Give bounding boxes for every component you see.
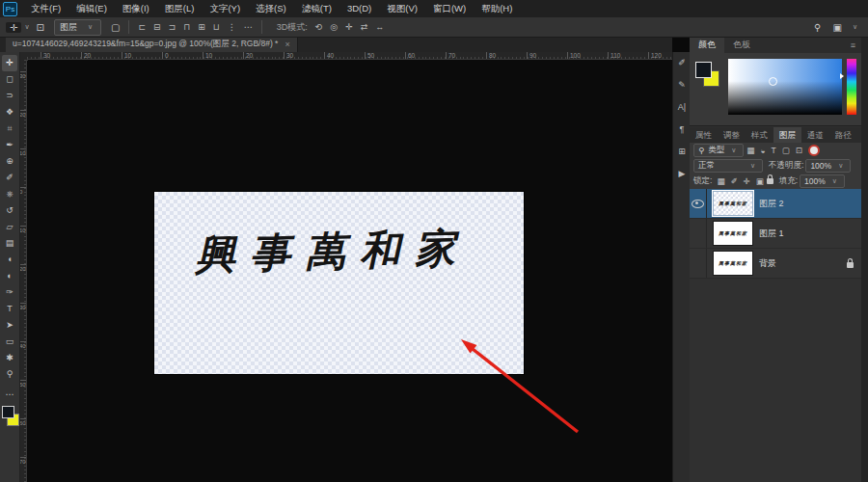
character-panel-icon[interactable]: A|	[678, 102, 686, 112]
visibility-cell[interactable]	[690, 219, 707, 248]
document-image[interactable]: 興事萬和家	[154, 192, 524, 374]
brush-panel-icon[interactable]: ✐	[678, 58, 686, 67]
foreground-color-swatch[interactable]	[695, 62, 712, 78]
hue-slider-arrow-icon[interactable]	[840, 73, 844, 79]
filter-type-layers-icon[interactable]: T	[769, 146, 779, 155]
brush-tool[interactable]: ✐	[2, 170, 17, 186]
tab-swatches[interactable]: 色板	[724, 37, 759, 53]
3d-slide-icon[interactable]: ⇄	[357, 22, 372, 32]
pen-tool[interactable]: ✑	[2, 284, 17, 301]
3d-rotate-icon[interactable]: ⟲	[312, 22, 327, 32]
filter-toggle-icon[interactable]	[808, 145, 820, 156]
menu-filter[interactable]: 滤镜(T)	[294, 0, 339, 17]
lock-transparency-icon[interactable]: ▦	[714, 176, 727, 186]
zoom-tool[interactable]: ⚲	[2, 366, 17, 383]
search-icon[interactable]: ⚲	[810, 22, 825, 33]
ruler-horizontal[interactable]: 30 20 10 0 10 20 30 40 50 60 70 80 90 10…	[27, 52, 672, 60]
layer-name[interactable]: 图层 1	[759, 228, 784, 240]
history-brush-tool[interactable]: ↺	[2, 202, 17, 219]
tab-channels[interactable]: 通道	[801, 127, 829, 143]
lock-position-icon[interactable]: ✛	[741, 176, 753, 186]
hand-tool[interactable]: ✱	[2, 350, 17, 366]
layer-row-layer2[interactable]: 興事萬和家 图层 2	[690, 189, 861, 219]
align-left-icon[interactable]: ⊏	[134, 22, 149, 32]
crop-tool[interactable]: ⌗	[2, 120, 17, 137]
actions-panel-icon[interactable]: ▶	[679, 169, 686, 178]
quick-select-tool[interactable]: ❖	[2, 104, 17, 120]
lock-all-icon[interactable]	[767, 178, 773, 184]
edit-toolbar-icon[interactable]: ⋯	[2, 387, 17, 403]
menu-3d[interactable]: 3D(D)	[339, 0, 379, 17]
move-tool-icon[interactable]: ✛	[6, 22, 21, 33]
type-tool[interactable]: T	[2, 301, 17, 317]
lasso-tool[interactable]: ⊃	[2, 88, 17, 104]
more-align-options-icon[interactable]: ⋯	[240, 22, 257, 32]
layer-name[interactable]: 图层 2	[759, 198, 784, 210]
panel-menu-icon[interactable]: ≡	[851, 40, 861, 50]
3d-drag-icon[interactable]: ✛	[341, 22, 357, 32]
lock-pixels-icon[interactable]: ✐	[727, 176, 740, 186]
align-right-icon[interactable]: ⊐	[165, 22, 180, 32]
layer-row-background[interactable]: 興事萬和家 背景	[690, 249, 861, 279]
panel-scroll-gutter[interactable]	[861, 37, 868, 482]
gradient-tool[interactable]: ▤	[2, 235, 17, 252]
fill-dropdown[interactable]: 100% ∨	[800, 174, 845, 188]
canvas-area[interactable]: 興事萬和家	[27, 60, 672, 482]
distribute-icon[interactable]: ⋮	[224, 22, 240, 32]
blur-tool[interactable]: ◖	[2, 252, 17, 268]
layer-thumbnail[interactable]: 興事萬和家	[714, 192, 752, 215]
menu-help[interactable]: 帮助(H)	[474, 0, 520, 17]
workspace-chevron-icon[interactable]: ∨	[850, 23, 860, 31]
toolbar-color-swatches[interactable]	[2, 406, 17, 429]
transform-controls-icon[interactable]: ▢	[107, 22, 123, 33]
layer-thumbnail[interactable]: 興事萬和家	[714, 252, 752, 275]
menu-image[interactable]: 图像(I)	[115, 0, 157, 17]
visibility-cell[interactable]	[690, 249, 707, 278]
lock-artboard-icon[interactable]: ▣	[753, 176, 767, 186]
document-tab[interactable]: u=1074146029,469243219&fm=15&gp=0.jpg @ …	[6, 37, 298, 52]
auto-select-icon[interactable]: ⊡	[33, 22, 48, 33]
menu-edit[interactable]: 编辑(E)	[68, 0, 115, 17]
layer-filter-dropdown[interactable]: ⚲ 类型 ∨	[693, 144, 744, 157]
menu-view[interactable]: 视图(V)	[379, 0, 425, 17]
menu-type[interactable]: 文字(Y)	[202, 0, 248, 17]
path-select-tool[interactable]: ➤	[2, 317, 17, 334]
color-picker-handle[interactable]	[769, 77, 777, 86]
align-top-icon[interactable]: ⊓	[179, 22, 194, 32]
marquee-tool[interactable]: ◻	[2, 71, 17, 88]
align-bottom-icon[interactable]: ⊔	[209, 22, 224, 32]
tab-adjustments[interactable]: 调整	[718, 127, 746, 143]
tool-preset-chevron-icon[interactable]: ∨	[21, 23, 32, 31]
workspace-icon[interactable]: ▣	[828, 22, 845, 33]
shape-tool[interactable]: ▭	[2, 334, 17, 350]
healing-tool[interactable]: ⊕	[2, 153, 17, 170]
3d-roll-icon[interactable]: ◎	[326, 22, 341, 32]
tab-color[interactable]: 颜色	[690, 37, 724, 53]
align-center-v-icon[interactable]: ⊞	[194, 22, 209, 32]
layer-thumbnail[interactable]: 興事萬和家	[714, 222, 752, 245]
foreground-color-swatch[interactable]	[2, 406, 14, 418]
menu-select[interactable]: 选择(S)	[248, 0, 294, 17]
menu-window[interactable]: 窗口(W)	[425, 0, 474, 17]
filter-smart-objects-icon[interactable]: ⊡	[793, 146, 805, 155]
ruler-vertical[interactable]: 30 20 10 0 10 20 30 40 50 60 70	[19, 60, 27, 482]
menu-layer[interactable]: 图层(L)	[157, 0, 203, 17]
layer-row-layer1[interactable]: 興事萬和家 图层 1	[690, 219, 861, 249]
eraser-tool[interactable]: ▱	[2, 219, 17, 235]
close-tab-icon[interactable]: ×	[285, 40, 289, 49]
hue-strip[interactable]	[847, 59, 856, 115]
opacity-dropdown[interactable]: 100% ∨	[805, 159, 851, 173]
tab-paths[interactable]: 路径	[829, 127, 857, 143]
3d-scale-icon[interactable]: ↔	[371, 22, 388, 32]
filter-pixel-layers-icon[interactable]: ▦	[744, 146, 757, 155]
paragraph-panel-icon[interactable]: ¶	[680, 124, 685, 134]
eyedropper-tool[interactable]: ✒	[2, 137, 17, 153]
clone-source-panel-icon[interactable]: ⊞	[678, 147, 686, 156]
filter-adjustment-layers-icon[interactable]: ◒	[757, 146, 768, 155]
saturation-brightness-field[interactable]	[728, 59, 842, 115]
dodge-tool[interactable]: ◐	[2, 268, 17, 284]
brush-settings-panel-icon[interactable]: ✎	[678, 80, 686, 90]
layer-name[interactable]: 背景	[759, 257, 776, 270]
align-center-h-icon[interactable]: ⊟	[149, 22, 165, 32]
auto-select-dropdown[interactable]: 图层 ∨	[54, 19, 101, 36]
